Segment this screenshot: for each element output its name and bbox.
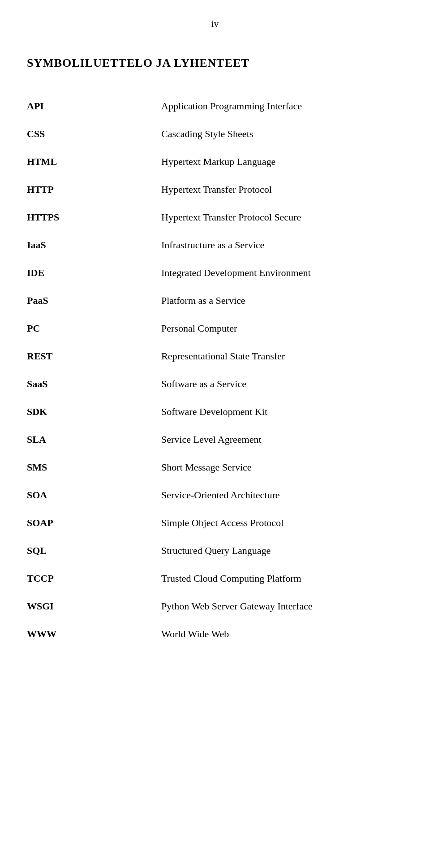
abbreviation-definition: Software as a Service [161,378,403,390]
abbreviation-term: HTTPS [27,212,161,223]
abbreviation-term: PaaS [27,295,161,307]
abbreviation-term: WWW [27,628,161,640]
abbreviation-definition: Trusted Cloud Computing Platform [161,573,403,584]
abbreviation-term: REST [27,350,161,362]
abbreviation-definition: Hypertext Transfer Protocol [161,184,403,195]
abbreviation-term: HTML [27,156,161,168]
abbreviation-term: CSS [27,128,161,140]
abbreviation-definition: Short Message Service [161,462,403,473]
list-item: IDEIntegrated Development Environment [27,259,403,287]
abbreviation-definition: Personal Computer [161,323,403,334]
abbreviation-definition: Structured Query Language [161,545,403,557]
abbreviation-definition: Service Level Agreement [161,434,403,445]
abbreviation-term: API [27,100,161,112]
abbreviation-term: WSGI [27,600,161,612]
abbreviation-term: SQL [27,545,161,557]
abbreviation-term: SMS [27,462,161,473]
section-title: SYMBOLILUETTELO JA LYHENTEET [27,56,403,70]
abbreviation-definition: Platform as a Service [161,295,403,307]
abbreviation-term: SDK [27,406,161,418]
abbreviation-definition: Application Programming Interface [161,100,403,112]
list-item: PaaSPlatform as a Service [27,287,403,315]
list-item: WWWWorld Wide Web [27,620,403,648]
abbreviation-term: TCCP [27,573,161,584]
abbreviation-term: SOAP [27,517,161,529]
abbreviation-term: SLA [27,434,161,445]
list-item: HTMLHypertext Markup Language [27,148,403,176]
abbreviation-list: APIApplication Programming InterfaceCSSC… [27,92,403,648]
abbreviation-definition: World Wide Web [161,628,403,640]
abbreviation-definition: Integrated Development Environment [161,267,403,279]
abbreviation-term: SaaS [27,378,161,390]
list-item: SOAService-Oriented Architecture [27,481,403,509]
abbreviation-definition: Infrastructure as a Service [161,239,403,251]
list-item: SMSShort Message Service [27,453,403,481]
abbreviation-definition: Software Development Kit [161,406,403,418]
abbreviation-definition: Hypertext Transfer Protocol Secure [161,212,403,223]
page-number: iv [0,0,430,30]
abbreviation-definition: Hypertext Markup Language [161,156,403,168]
list-item: PCPersonal Computer [27,315,403,342]
abbreviation-definition: Simple Object Access Protocol [161,517,403,529]
list-item: HTTPHypertext Transfer Protocol [27,176,403,203]
list-item: SaaSSoftware as a Service [27,370,403,398]
abbreviation-definition: Cascading Style Sheets [161,128,403,140]
abbreviation-definition: Representational State Transfer [161,350,403,362]
abbreviation-term: PC [27,323,161,334]
abbreviation-definition: Service-Oriented Architecture [161,489,403,501]
abbreviation-term: IaaS [27,239,161,251]
list-item: WSGIPython Web Server Gateway Interface [27,592,403,620]
abbreviation-term: IDE [27,267,161,279]
list-item: HTTPSHypertext Transfer Protocol Secure [27,203,403,231]
list-item: APIApplication Programming Interface [27,92,403,120]
abbreviation-definition: Python Web Server Gateway Interface [161,600,403,612]
abbreviation-term: HTTP [27,184,161,195]
abbreviation-term: SOA [27,489,161,501]
list-item: SOAPSimple Object Access Protocol [27,509,403,537]
list-item: SLAService Level Agreement [27,426,403,453]
list-item: RESTRepresentational State Transfer [27,342,403,370]
list-item: TCCPTrusted Cloud Computing Platform [27,565,403,592]
list-item: CSSCascading Style Sheets [27,120,403,148]
list-item: SQLStructured Query Language [27,537,403,565]
list-item: IaaSInfrastructure as a Service [27,231,403,259]
list-item: SDKSoftware Development Kit [27,398,403,426]
